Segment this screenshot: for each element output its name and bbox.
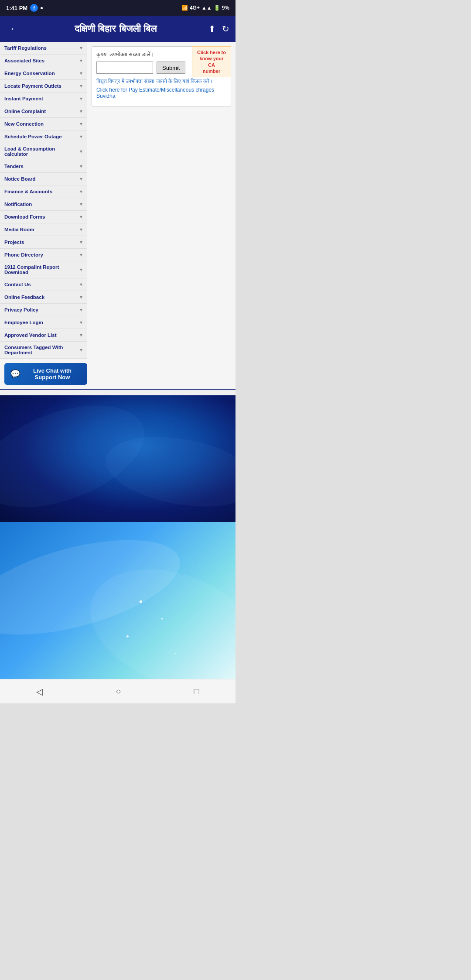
sidebar-item-projects[interactable]: Projects ▾ bbox=[0, 236, 87, 249]
sidebar-item-media-room[interactable]: Media Room ▾ bbox=[0, 223, 87, 236]
battery-icon: 🔋 bbox=[214, 5, 220, 11]
nav-recents-button[interactable]: □ bbox=[185, 683, 208, 700]
sidebar-item-energy-conservation[interactable]: Energy Conservation ▾ bbox=[0, 67, 87, 80]
sidebar-item-1912-complaint[interactable]: 1912 Compalint Report Download ▾ bbox=[0, 261, 87, 278]
sidebar-arrow-phone-directory: ▾ bbox=[80, 252, 82, 258]
sidebar-label-locate-payment-outlets: Locate Payment Outlets bbox=[4, 83, 61, 89]
nav-home-button[interactable]: ○ bbox=[107, 683, 130, 700]
sidebar-item-online-feedback[interactable]: Online Feedback ▾ bbox=[0, 291, 87, 304]
sidebar-arrow-media-room: ▾ bbox=[80, 226, 82, 233]
ca-number-input[interactable] bbox=[96, 62, 153, 74]
sidebar-label-notification: Notification bbox=[4, 202, 32, 207]
sidebar-item-notification[interactable]: Notification ▾ bbox=[0, 198, 87, 211]
sparkle-1 bbox=[140, 600, 142, 603]
sidebar-arrow-tariff-regulations: ▾ bbox=[80, 45, 82, 51]
nav-back-button[interactable]: ◁ bbox=[27, 683, 51, 700]
sidebar-arrow-schedule-power-outage: ▾ bbox=[80, 134, 82, 140]
sidebar-label-download-forms: Download Forms bbox=[4, 214, 45, 219]
header-icons: ⬆ ↻ bbox=[208, 24, 229, 34]
sidebar-item-contact-us[interactable]: Contact Us ▾ bbox=[0, 278, 87, 291]
wifi-icon: 📶 bbox=[181, 5, 188, 11]
refresh-button[interactable]: ↻ bbox=[222, 24, 229, 34]
sidebar-arrow-online-feedback: ▾ bbox=[80, 294, 82, 300]
sidebar-label-employee-login: Employee Login bbox=[4, 320, 43, 325]
sidebar-arrow-notification: ▾ bbox=[80, 201, 82, 207]
sidebar-arrow-associated-sites: ▾ bbox=[80, 58, 82, 64]
facebook-icon: f bbox=[30, 4, 38, 12]
sidebar-arrow-finance-accounts: ▾ bbox=[80, 188, 82, 195]
sidebar-item-phone-directory[interactable]: Phone Directory ▾ bbox=[0, 249, 87, 261]
separator bbox=[0, 389, 236, 395]
app-header: ← दक्षिणी बिहार बिजली बिल ⬆ ↻ bbox=[0, 16, 236, 42]
sidebar-arrow-online-complaint: ▾ bbox=[80, 108, 82, 114]
ca-box-line2: know your CA bbox=[199, 56, 223, 67]
pay-link[interactable]: Click here for Pay Estimate/Miscellaneou… bbox=[96, 87, 214, 99]
sidebar-label-tenders: Tenders bbox=[4, 164, 24, 169]
bill-link-text: विद्युत विपत्र में उपभोक्ता संख्या जानने… bbox=[96, 78, 226, 84]
sidebar-item-locate-payment-outlets[interactable]: Locate Payment Outlets ▾ bbox=[0, 80, 87, 93]
live-chat-button[interactable]: 💬 Live Chat with Support Now bbox=[4, 363, 87, 385]
sidebar-item-associated-sites[interactable]: Associated Sites ▾ bbox=[0, 55, 87, 67]
dot-indicator bbox=[41, 7, 43, 9]
sidebar-label-1912-complaint: 1912 Compalint Report Download bbox=[4, 264, 80, 275]
sidebar-label-online-feedback: Online Feedback bbox=[4, 295, 44, 300]
sidebar-label-finance-accounts: Finance & Accounts bbox=[4, 189, 52, 194]
sidebar-label-notice-board: Notice Board bbox=[4, 176, 36, 182]
sidebar-item-notice-board[interactable]: Notice Board ▾ bbox=[0, 173, 87, 185]
battery-level: 9% bbox=[222, 5, 229, 11]
chat-btn-area: 💬 Live Chat with Support Now bbox=[0, 359, 236, 389]
light-gradient-section bbox=[0, 522, 236, 679]
sidebar-arrow-privacy-policy: ▾ bbox=[80, 307, 82, 313]
nav-bar: ◁ ○ □ bbox=[0, 679, 236, 703]
sidebar-item-consumers-tagged[interactable]: Consumers Tagged With Department ▾ bbox=[0, 342, 87, 359]
sidebar-label-privacy-policy: Privacy Policy bbox=[4, 307, 38, 312]
content-area: Tariff Regulations ▾ Associated Sites ▾ … bbox=[0, 42, 236, 359]
sidebar-label-tariff-regulations: Tariff Regulations bbox=[4, 45, 47, 51]
sidebar-arrow-contact-us: ▾ bbox=[80, 281, 82, 288]
dark-gradient-section bbox=[0, 395, 236, 522]
time-display: 1:41 PM bbox=[6, 5, 27, 11]
sidebar-arrow-locate-payment-outlets: ▾ bbox=[80, 83, 82, 89]
share-button[interactable]: ⬆ bbox=[208, 24, 216, 34]
sidebar-item-privacy-policy[interactable]: Privacy Policy ▾ bbox=[0, 304, 87, 316]
sidebar-label-consumers-tagged: Consumers Tagged With Department bbox=[4, 345, 80, 355]
sidebar-item-load-consumption[interactable]: Load & Consumption calculator ▾ bbox=[0, 143, 87, 160]
sidebar-label-new-connection: New Connection bbox=[4, 121, 44, 127]
ca-number-box[interactable]: Click here to know your CA number bbox=[192, 46, 231, 77]
sidebar-arrow-new-connection: ▾ bbox=[80, 121, 82, 127]
back-button[interactable]: ← bbox=[6, 21, 23, 36]
sidebar-arrow-energy-conservation: ▾ bbox=[80, 70, 82, 76]
sidebar-item-instant-payment[interactable]: Instant Payment ▾ bbox=[0, 93, 87, 105]
status-right: 📶 4G+ ▲▲ 🔋 9% bbox=[181, 5, 229, 11]
sidebar-arrow-notice-board: ▾ bbox=[80, 176, 82, 182]
sidebar-arrow-projects: ▾ bbox=[80, 239, 82, 245]
submit-button[interactable]: Submit bbox=[157, 62, 185, 74]
ca-box-line1: Click here to bbox=[197, 50, 226, 55]
sparkle-2 bbox=[161, 618, 163, 620]
sidebar-item-download-forms[interactable]: Download Forms ▾ bbox=[0, 211, 87, 223]
sidebar-label-media-room: Media Room bbox=[4, 227, 34, 232]
sidebar-arrow-load-consumption: ▾ bbox=[80, 148, 82, 154]
sidebar-label-phone-directory: Phone Directory bbox=[4, 252, 43, 257]
sidebar-item-tariff-regulations[interactable]: Tariff Regulations ▾ bbox=[0, 42, 87, 55]
chat-icon: 💬 bbox=[10, 369, 20, 379]
bill-link[interactable]: विद्युत विपत्र में उपभोक्ता संख्या जानने… bbox=[96, 78, 213, 84]
sidebar-label-load-consumption: Load & Consumption calculator bbox=[4, 146, 80, 157]
sidebar-item-approved-vendor[interactable]: Approved Vendor List ▾ bbox=[0, 329, 87, 342]
sidebar-item-schedule-power-outage[interactable]: Schedule Power Outage ▾ bbox=[0, 130, 87, 143]
sidebar-arrow-approved-vendor: ▾ bbox=[80, 332, 82, 338]
sidebar-item-tenders[interactable]: Tenders ▾ bbox=[0, 160, 87, 173]
sidebar-item-finance-accounts[interactable]: Finance & Accounts ▾ bbox=[0, 185, 87, 198]
sidebar-arrow-consumers-tagged: ▾ bbox=[80, 347, 82, 353]
sidebar-item-online-complaint[interactable]: Online Complaint ▾ bbox=[0, 105, 87, 118]
sidebar: Tariff Regulations ▾ Associated Sites ▾ … bbox=[0, 42, 87, 359]
sidebar-item-employee-login[interactable]: Employee Login ▾ bbox=[0, 316, 87, 329]
sidebar-label-online-complaint: Online Complaint bbox=[4, 109, 46, 114]
sidebar-label-contact-us: Contact Us bbox=[4, 282, 31, 287]
pay-link-text: Click here for Pay Estimate/Miscellaneou… bbox=[96, 87, 226, 99]
live-chat-label: Live Chat with Support Now bbox=[24, 367, 81, 380]
sidebar-item-new-connection[interactable]: New Connection ▾ bbox=[0, 118, 87, 130]
sparkle-4 bbox=[174, 653, 176, 654]
main-panel: कृपया उपभोक्ता संख्या डालें। Submit विद्… bbox=[87, 42, 236, 359]
sidebar-label-schedule-power-outage: Schedule Power Outage bbox=[4, 134, 62, 139]
